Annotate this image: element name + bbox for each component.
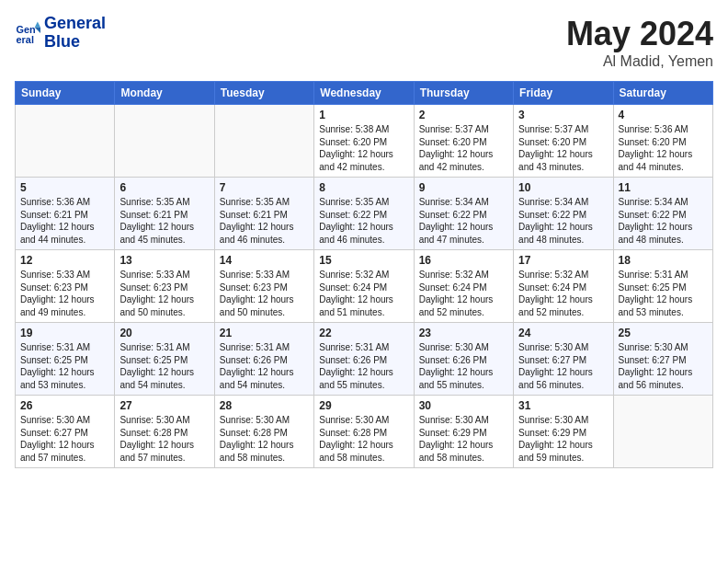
- daylight-text: Daylight: 12 hours and 56 minutes.: [619, 366, 708, 391]
- day-number: 4: [619, 109, 708, 121]
- daylight-text: Daylight: 12 hours and 46 minutes.: [220, 221, 309, 246]
- daylight-text: Daylight: 12 hours and 58 minutes.: [220, 439, 309, 464]
- daylight-text: Daylight: 12 hours and 49 minutes.: [20, 293, 109, 318]
- sunset-text: Sunset: 6:23 PM: [119, 282, 209, 294]
- daylight-minutes: and 54 minutes.: [119, 379, 209, 392]
- day-number: 8: [319, 181, 408, 194]
- daylight-hours: Daylight: 12 hours: [518, 439, 608, 452]
- daylight-hours: Daylight: 12 hours: [319, 148, 408, 161]
- table-row: 14Sunrise: 5:33 AMSunset: 6:23 PMDayligh…: [214, 250, 313, 323]
- sunrise-text: Sunrise: 5:30 AM: [319, 414, 408, 427]
- sunset-text: Sunset: 6:25 PM: [20, 354, 109, 367]
- cell-info: Sunrise: 5:32 AMSunset: 6:24 PMDaylight:…: [419, 269, 508, 318]
- table-row: 12Sunrise: 5:33 AMSunset: 6:23 PMDayligh…: [16, 250, 115, 323]
- day-number: 20: [119, 327, 209, 339]
- day-number: 29: [319, 399, 408, 412]
- daylight-hours: Daylight: 12 hours: [419, 293, 508, 306]
- table-row: 5Sunrise: 5:36 AMSunset: 6:21 PMDaylight…: [16, 178, 115, 250]
- daylight-minutes: and 50 minutes.: [119, 306, 209, 319]
- daylight-minutes: and 57 minutes.: [20, 452, 109, 465]
- daylight-minutes: and 58 minutes.: [419, 452, 508, 465]
- daylight-hours: Daylight: 12 hours: [119, 439, 209, 452]
- daylight-text: Daylight: 12 hours and 50 minutes.: [220, 293, 309, 318]
- cell-info: Sunrise: 5:31 AMSunset: 6:25 PMDaylight:…: [119, 341, 209, 391]
- calendar-week-row: 1Sunrise: 5:38 AMSunset: 6:20 PMDaylight…: [16, 105, 713, 178]
- table-row: 7Sunrise: 5:35 AMSunset: 6:21 PMDaylight…: [214, 178, 313, 250]
- table-row: 18Sunrise: 5:31 AMSunset: 6:25 PMDayligh…: [613, 250, 712, 323]
- table-row: 6Sunrise: 5:35 AMSunset: 6:21 PMDaylight…: [115, 178, 214, 250]
- sunrise-text: Sunrise: 5:32 AM: [518, 269, 608, 282]
- table-row: 15Sunrise: 5:32 AMSunset: 6:24 PMDayligh…: [314, 250, 414, 323]
- cell-info: Sunrise: 5:35 AMSunset: 6:21 PMDaylight:…: [119, 196, 209, 246]
- daylight-text: Daylight: 12 hours and 47 minutes.: [419, 221, 508, 246]
- cell-info: Sunrise: 5:34 AMSunset: 6:22 PMDaylight:…: [419, 196, 508, 246]
- table-row: 9Sunrise: 5:34 AMSunset: 6:22 PMDaylight…: [414, 178, 513, 250]
- sunrise-text: Sunrise: 5:30 AM: [619, 341, 708, 354]
- daylight-minutes: and 48 minutes.: [619, 234, 708, 247]
- daylight-minutes: and 53 minutes.: [619, 306, 708, 319]
- table-row: 2Sunrise: 5:37 AMSunset: 6:20 PMDaylight…: [414, 105, 513, 178]
- daylight-text: Daylight: 12 hours and 59 minutes.: [518, 439, 608, 464]
- daylight-hours: Daylight: 12 hours: [319, 366, 408, 379]
- sunset-text: Sunset: 6:24 PM: [518, 282, 608, 294]
- sunset-text: Sunset: 6:21 PM: [119, 209, 209, 222]
- calendar-table: Sunday Monday Tuesday Wednesday Thursday…: [15, 81, 713, 468]
- sunrise-text: Sunrise: 5:31 AM: [119, 341, 209, 354]
- table-row: [16, 105, 115, 178]
- header-saturday: Saturday: [613, 82, 712, 105]
- daylight-hours: Daylight: 12 hours: [619, 366, 708, 379]
- sunset-text: Sunset: 6:26 PM: [419, 354, 508, 367]
- daylight-minutes: and 55 minutes.: [419, 379, 508, 392]
- day-number: 30: [419, 399, 508, 412]
- cell-info: Sunrise: 5:33 AMSunset: 6:23 PMDaylight:…: [20, 269, 109, 318]
- header-sunday: Sunday: [16, 82, 115, 105]
- daylight-minutes: and 49 minutes.: [20, 306, 109, 319]
- day-number: 24: [518, 327, 608, 339]
- daylight-hours: Daylight: 12 hours: [419, 148, 508, 161]
- cell-info: Sunrise: 5:30 AMSunset: 6:27 PMDaylight:…: [619, 341, 708, 391]
- table-row: 4Sunrise: 5:36 AMSunset: 6:20 PMDaylight…: [613, 105, 712, 178]
- daylight-minutes: and 46 minutes.: [319, 234, 408, 247]
- daylight-hours: Daylight: 12 hours: [220, 221, 309, 234]
- daylight-text: Daylight: 12 hours and 57 minutes.: [119, 439, 209, 464]
- day-number: 13: [119, 254, 209, 267]
- sunrise-text: Sunrise: 5:33 AM: [220, 269, 309, 282]
- daylight-minutes: and 56 minutes.: [518, 379, 608, 392]
- logo: Gen eral General Blue: [15, 15, 106, 52]
- day-number: 6: [119, 181, 209, 194]
- daylight-text: Daylight: 12 hours and 46 minutes.: [319, 221, 408, 246]
- header-thursday: Thursday: [414, 82, 513, 105]
- day-number: 3: [518, 109, 608, 121]
- sunrise-text: Sunrise: 5:30 AM: [20, 414, 109, 427]
- daylight-minutes: and 43 minutes.: [518, 161, 608, 174]
- sunset-text: Sunset: 6:26 PM: [220, 354, 309, 367]
- cell-info: Sunrise: 5:31 AMSunset: 6:26 PMDaylight:…: [319, 341, 408, 391]
- daylight-minutes: and 48 minutes.: [518, 234, 608, 247]
- daylight-hours: Daylight: 12 hours: [20, 439, 109, 452]
- table-row: 8Sunrise: 5:35 AMSunset: 6:22 PMDaylight…: [314, 178, 414, 250]
- day-number: 11: [619, 181, 708, 194]
- cell-info: Sunrise: 5:36 AMSunset: 6:20 PMDaylight:…: [619, 123, 708, 173]
- daylight-minutes: and 42 minutes.: [419, 161, 508, 174]
- day-number: 2: [419, 109, 508, 121]
- day-number: 27: [119, 399, 209, 412]
- cell-info: Sunrise: 5:36 AMSunset: 6:21 PMDaylight:…: [20, 196, 109, 246]
- sunset-text: Sunset: 6:22 PM: [419, 209, 508, 222]
- cell-info: Sunrise: 5:38 AMSunset: 6:20 PMDaylight:…: [319, 123, 408, 173]
- sunset-text: Sunset: 6:21 PM: [220, 209, 309, 222]
- calendar-location: Al Madid, Yemen: [566, 53, 713, 70]
- sunrise-text: Sunrise: 5:35 AM: [220, 196, 309, 209]
- daylight-text: Daylight: 12 hours and 58 minutes.: [419, 439, 508, 464]
- daylight-hours: Daylight: 12 hours: [419, 439, 508, 452]
- cell-info: Sunrise: 5:30 AMSunset: 6:26 PMDaylight:…: [419, 341, 508, 391]
- cell-info: Sunrise: 5:32 AMSunset: 6:24 PMDaylight:…: [319, 269, 408, 318]
- daylight-hours: Daylight: 12 hours: [319, 293, 408, 306]
- daylight-text: Daylight: 12 hours and 55 minutes.: [319, 366, 408, 391]
- sunset-text: Sunset: 6:28 PM: [119, 427, 209, 440]
- cell-info: Sunrise: 5:30 AMSunset: 6:29 PMDaylight:…: [419, 414, 508, 464]
- table-row: 13Sunrise: 5:33 AMSunset: 6:23 PMDayligh…: [115, 250, 214, 323]
- cell-info: Sunrise: 5:30 AMSunset: 6:28 PMDaylight:…: [119, 414, 209, 464]
- sunrise-text: Sunrise: 5:34 AM: [419, 196, 508, 209]
- sunset-text: Sunset: 6:25 PM: [119, 354, 209, 367]
- day-number: 17: [518, 254, 608, 267]
